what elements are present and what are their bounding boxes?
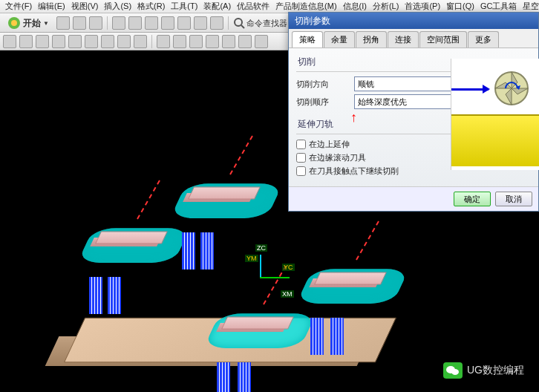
tool-illustration xyxy=(451,59,539,170)
tool-icon[interactable] xyxy=(56,16,70,30)
chk-edge-roll-label: 在边缘滚动刀具 xyxy=(309,152,366,163)
tool-icon[interactable] xyxy=(68,35,82,48)
tab-corner[interactable]: 拐角 xyxy=(356,31,387,48)
tool-icon[interactable] xyxy=(157,35,170,48)
tool-icon[interactable] xyxy=(189,35,203,48)
menu-file[interactable]: 文件(F) xyxy=(3,0,34,13)
start-button[interactable]: 开始 ▼ xyxy=(3,15,53,31)
dialog-title[interactable]: 切削参数 xyxy=(289,13,538,29)
tab-connect[interactable]: 连接 xyxy=(388,31,419,48)
svg-point-7 xyxy=(451,369,459,375)
chk-edge-roll[interactable] xyxy=(296,153,306,163)
dialog-body: 切削 ⋀ 切削方向 顺铣 切削顺序 始终深度优先 延伸刀轨 ⋀ 在边上延伸 在边… xyxy=(289,48,538,186)
search-icon xyxy=(233,17,245,29)
tool-icon[interactable] xyxy=(89,16,102,30)
menu-format[interactable]: 格式(R) xyxy=(135,0,167,13)
cutting-params-dialog: 切削参数 策略 余量 拐角 连接 空间范围 更多 切削 ⋀ 切削方向 顺铣 切削… xyxy=(288,12,539,212)
tool-icon[interactable] xyxy=(255,35,268,48)
section-extend-label: 延伸刀轨 xyxy=(298,118,333,131)
tool-icon[interactable] xyxy=(161,16,174,30)
tool-icon[interactable] xyxy=(112,16,125,30)
feed-arrow-icon xyxy=(451,88,489,91)
tool-icon[interactable] xyxy=(210,16,223,30)
dialog-tabs: 策略 余量 拐角 连接 空间范围 更多 xyxy=(289,29,538,48)
watermark: UG数控编程 xyxy=(443,362,524,379)
tool-icon[interactable] xyxy=(177,16,191,30)
tool-icon[interactable] xyxy=(73,16,86,30)
tool-icon[interactable] xyxy=(128,16,142,30)
menu-insert[interactable]: 插入(S) xyxy=(102,0,134,13)
tab-containment[interactable]: 空间范围 xyxy=(419,31,467,48)
svg-point-2 xyxy=(235,19,242,26)
menu-gctoolbox[interactable]: GC工具箱 xyxy=(478,0,520,13)
annotation-arrow-icon: ↑ xyxy=(350,110,357,125)
axis-z-label: ZC xyxy=(255,244,267,252)
tool-icon[interactable] xyxy=(36,35,49,48)
section-cut-label: 切削 xyxy=(298,56,316,68)
chk-contact-continue[interactable] xyxy=(296,166,306,176)
cut-order-label: 切削顺序 xyxy=(296,97,348,108)
cancel-button[interactable]: 取消 xyxy=(495,192,532,206)
tool-icon[interactable] xyxy=(134,35,147,48)
menu-xingkong[interactable]: 星空 Vb.935 xyxy=(520,0,539,13)
separator xyxy=(228,16,229,30)
tab-more[interactable]: 更多 xyxy=(468,31,499,48)
menu-info[interactable]: 信息(I) xyxy=(341,0,369,13)
dialog-buttons: 确定 取消 xyxy=(289,186,538,211)
tool-icon[interactable] xyxy=(3,35,16,48)
chk-edge-extend-label: 在边上延伸 xyxy=(309,139,350,150)
menu-pmi[interactable]: 产品制造信息(M) xyxy=(273,0,339,13)
tool-icon[interactable] xyxy=(173,35,186,48)
menu-edit[interactable]: 编辑(E) xyxy=(36,0,68,13)
cmd-finder-label: 命令查找器 xyxy=(246,18,287,29)
svg-point-1 xyxy=(11,20,17,26)
menu-view[interactable]: 视图(V) xyxy=(69,0,101,13)
chk-edge-extend[interactable] xyxy=(296,140,306,149)
menu-preferences[interactable]: 首选项(P) xyxy=(402,0,442,13)
tool-icon[interactable] xyxy=(238,35,252,48)
tool-icon[interactable] xyxy=(145,16,158,30)
chevron-down-icon: ▼ xyxy=(43,20,49,27)
menu-analysis[interactable]: 分析(L) xyxy=(370,0,401,13)
ug-logo-icon xyxy=(7,16,21,30)
svg-line-3 xyxy=(241,25,244,28)
tab-strategy[interactable]: 策略 xyxy=(292,31,323,48)
tool-icon[interactable] xyxy=(19,35,33,48)
menu-window[interactable]: 窗口(Q) xyxy=(444,0,477,13)
separator xyxy=(151,35,152,48)
cut-direction-label: 切削方向 xyxy=(296,79,348,90)
start-label: 开始 xyxy=(23,17,41,30)
axis-ym-label: YM xyxy=(245,255,258,262)
watermark-text: UG数控编程 xyxy=(467,364,524,377)
ok-button[interactable]: 确定 xyxy=(454,192,491,206)
cutter-icon xyxy=(489,66,534,111)
menu-assembly[interactable]: 装配(A) xyxy=(201,0,233,13)
tool-icon[interactable] xyxy=(222,35,235,48)
tool-icon[interactable] xyxy=(206,35,219,48)
tool-icon[interactable] xyxy=(85,35,98,48)
tab-stock[interactable]: 余量 xyxy=(324,31,355,48)
tool-icon[interactable] xyxy=(52,35,65,48)
separator xyxy=(107,16,108,30)
menu-tools[interactable]: 工具(T) xyxy=(169,0,200,13)
axis-xm-label: XM xyxy=(281,290,294,298)
tool-icon[interactable] xyxy=(194,16,207,30)
tool-icon[interactable] xyxy=(117,35,131,48)
tool-icon[interactable] xyxy=(101,35,114,48)
menu-youpin[interactable]: 优品软件 xyxy=(235,0,272,13)
wechat-icon xyxy=(443,362,463,379)
chk-contact-continue-label: 在刀具接触点下继续切削 xyxy=(309,166,399,177)
axis-yc-label: YC xyxy=(282,264,295,271)
